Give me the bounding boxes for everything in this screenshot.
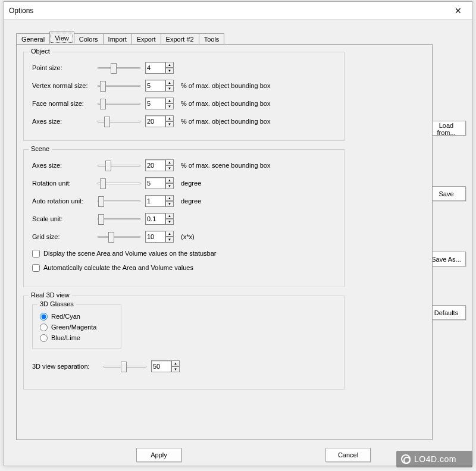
slider-point-size[interactable]	[98, 62, 140, 74]
unit-vertex-normal-size: % of max. object bounding box	[175, 82, 270, 89]
tab-import[interactable]: Import	[103, 33, 132, 45]
slider-scale-unit[interactable]	[98, 213, 140, 225]
slider-rotation-unit[interactable]	[98, 177, 140, 189]
checkbox-display-area-volume[interactable]	[32, 250, 40, 258]
button-label: Apply	[151, 451, 167, 459]
label-object-axes-size: Axes size:	[32, 118, 98, 125]
tab-view[interactable]: View	[49, 32, 74, 44]
spin-up-icon[interactable]: ▲	[171, 360, 180, 366]
label-auto-rotation-unit: Auto rotation unit:	[32, 197, 98, 205]
tab-tools[interactable]: Tools	[199, 33, 225, 45]
radio-blue-lime[interactable]	[40, 334, 48, 342]
spin-down-icon[interactable]: ▼	[165, 219, 174, 225]
spin-down-icon[interactable]: ▼	[165, 68, 174, 74]
spin-up-icon[interactable]: ▲	[165, 231, 174, 237]
input-rotation-unit[interactable]	[145, 177, 165, 189]
spin-object-axes-size: ▲▼	[145, 115, 174, 127]
spin-up-icon[interactable]: ▲	[165, 159, 174, 165]
watermark-logo-icon	[401, 454, 411, 464]
checkbox-display-area-volume-label: Display the scene Area and Volume values…	[43, 250, 216, 257]
unit-face-normal-size: % of max. object bounding box	[175, 100, 270, 107]
input-face-normal-size[interactable]	[145, 98, 165, 109]
checkbox-auto-calc-area-volume[interactable]	[32, 264, 40, 272]
label-grid-size: Grid size:	[32, 233, 98, 240]
radio-blue-lime-label: Blue/Lime	[51, 334, 80, 341]
label-3d-separation: 3D view separation:	[32, 363, 104, 370]
spin-face-normal-size: ▲▼	[145, 98, 174, 109]
unit-rotation-unit: degree	[175, 180, 201, 187]
tab-colors[interactable]: Colors	[74, 33, 104, 45]
tab-export[interactable]: Export	[131, 33, 161, 45]
input-grid-size[interactable]	[145, 231, 165, 243]
spin-down-icon[interactable]: ▼	[165, 103, 174, 109]
tab-label: View	[55, 34, 69, 42]
slider-scene-axes-size[interactable]	[98, 159, 140, 171]
group-legend: Scene	[29, 145, 52, 152]
spin-up-icon[interactable]: ▲	[165, 213, 174, 219]
tab-export2[interactable]: Export #2	[161, 33, 199, 45]
button-label: Save As...	[431, 256, 461, 263]
tab-general[interactable]: General	[16, 33, 50, 45]
row-rotation-unit: Rotation unit: ▲▼ degree	[32, 176, 336, 190]
spin-down-icon[interactable]: ▼	[165, 121, 174, 127]
spin-down-icon[interactable]: ▼	[165, 201, 174, 207]
spin-down-icon[interactable]: ▼	[171, 366, 180, 372]
spin-down-icon[interactable]: ▼	[165, 183, 174, 189]
unit-auto-rotation-unit: degree	[175, 197, 201, 205]
tab-label: General	[21, 36, 45, 43]
window-title: Options	[9, 7, 444, 15]
spin-down-icon[interactable]: ▼	[165, 237, 174, 243]
apply-button[interactable]: Apply	[136, 448, 181, 462]
slider-auto-rotation-unit[interactable]	[98, 195, 140, 207]
spin-auto-rotation-unit: ▲▼	[145, 195, 174, 207]
spin-down-icon[interactable]: ▼	[165, 86, 174, 92]
unit-grid-size: (x*x)	[175, 233, 195, 240]
radio-red-cyan[interactable]	[40, 313, 48, 321]
button-label: Defaults	[434, 309, 458, 316]
radio-green-magenta-label: Green/Magenta	[51, 324, 96, 331]
group-3d-glasses: 3D Glasses Red/Cyan Green/Magenta Blue/L…	[32, 304, 121, 348]
spin-up-icon[interactable]: ▲	[165, 62, 174, 68]
slider-face-normal-size[interactable]	[98, 98, 140, 109]
slider-object-axes-size[interactable]	[98, 115, 140, 127]
row-object-axes-size: Axes size: ▲▼ % of max. object bounding …	[32, 114, 336, 128]
input-auto-rotation-unit[interactable]	[145, 195, 165, 207]
radio-red-cyan-label: Red/Cyan	[51, 313, 80, 320]
spin-up-icon[interactable]: ▲	[165, 80, 174, 86]
label-vertex-normal-size: Vertex normal size:	[32, 82, 98, 89]
tab-label: Colors	[79, 36, 98, 43]
radio-green-magenta[interactable]	[40, 324, 48, 331]
group-object: Object Point size: ▲▼ Vertex normal size…	[23, 52, 345, 141]
input-object-axes-size[interactable]	[145, 115, 165, 127]
row-grid-size: Grid size: ▲▼ (x*x)	[32, 230, 336, 244]
row-scale-unit: Scale unit: ▲▼	[32, 212, 336, 226]
spin-up-icon[interactable]: ▲	[165, 195, 174, 201]
spin-up-icon[interactable]: ▲	[165, 177, 174, 183]
slider-vertex-normal-size[interactable]	[98, 80, 140, 92]
input-3d-separation[interactable]	[151, 360, 171, 372]
spin-up-icon[interactable]: ▲	[165, 115, 174, 121]
group-real3d: Real 3D view 3D Glasses Red/Cyan Green/M…	[23, 296, 345, 390]
group-legend: Object	[29, 48, 52, 55]
input-scene-axes-size[interactable]	[145, 159, 165, 171]
button-label: Cancel	[338, 451, 358, 459]
spin-scale-unit: ▲▼	[145, 213, 174, 225]
checkbox-auto-calc-area-volume-label: Automatically calculate the Area and Vol…	[43, 264, 193, 271]
input-vertex-normal-size[interactable]	[145, 80, 165, 92]
spin-up-icon[interactable]: ▲	[165, 98, 174, 103]
row-scene-axes-size: Axes size: ▲▼ % of max. scene bounding b…	[32, 158, 336, 172]
tab-label: Export #2	[166, 36, 194, 43]
input-scale-unit[interactable]	[145, 213, 165, 225]
close-icon[interactable]: ✕	[444, 2, 472, 20]
input-point-size[interactable]	[145, 62, 165, 74]
cancel-button[interactable]: Cancel	[325, 448, 371, 462]
slider-3d-separation[interactable]	[104, 360, 146, 372]
spin-3d-separation: ▲▼	[151, 360, 180, 372]
slider-grid-size[interactable]	[98, 231, 140, 243]
label-scene-axes-size: Axes size:	[32, 162, 98, 169]
radio-blue-lime-row: Blue/Lime	[39, 332, 115, 343]
button-label: Load from...	[437, 122, 455, 136]
content-area: General View Colors Import Export Export…	[4, 20, 472, 466]
label-rotation-unit: Rotation unit:	[32, 180, 98, 187]
spin-down-icon[interactable]: ▼	[165, 165, 174, 171]
